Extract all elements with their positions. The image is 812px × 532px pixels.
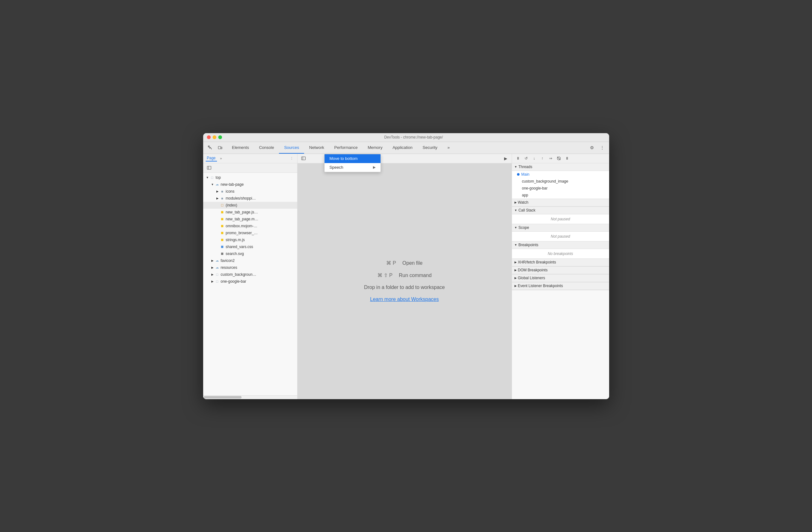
tree-item-new-tab-page[interactable]: ▼ ☁ new-tab-page <box>203 181 297 188</box>
global-listeners-section: ▶ Global Listeners <box>512 275 609 282</box>
tree-item-modules[interactable]: ▶ ■ modules/shoppi… <box>203 195 297 202</box>
tree-item-strings[interactable]: ▶ ◼ strings.m.js <box>203 236 297 243</box>
call-stack-arrow: ▼ <box>514 209 517 212</box>
tree-item-top[interactable]: ▼ □ top <box>203 174 297 181</box>
file-icon-strings: ◼ <box>220 238 224 242</box>
file-icon-new-tab-js: ◼ <box>220 210 224 214</box>
watch-section-header[interactable]: ▶ Watch <box>512 199 609 207</box>
breakpoints-content: No breakpoints <box>512 249 609 258</box>
minimize-button[interactable] <box>213 135 216 139</box>
step-icon[interactable]: ⇒ <box>547 155 554 162</box>
close-button[interactable] <box>207 135 211 139</box>
tree-item-icons[interactable]: ▶ ■ icons <box>203 188 297 195</box>
page-tab[interactable]: Page <box>206 155 217 162</box>
tree-arrow-icons: ▶ <box>216 190 219 193</box>
breakpoints-section-header[interactable]: ▼ Breakpoints <box>512 241 609 249</box>
tab-elements[interactable]: Elements <box>227 142 254 154</box>
tree-item-omnibox[interactable]: ▶ ◼ omnibox.mojom-… <box>203 223 297 229</box>
tree-item-promo[interactable]: ▶ ◼ promo_browser_… <box>203 229 297 236</box>
inspect-icon[interactable] <box>206 143 215 152</box>
sidebar-kebab-menu[interactable]: ⋮ <box>289 155 295 161</box>
pause-resume-icon[interactable]: ⏸ <box>514 155 521 162</box>
menu-item-speech[interactable]: Speech ▶ <box>324 163 380 172</box>
run-command-row: ⌘ ⇧ P Run command <box>377 272 432 278</box>
tree-arrow-modules: ▶ <box>216 196 219 200</box>
tab-performance[interactable]: Performance <box>329 142 363 154</box>
tree-label-search-svg: search.svg <box>226 252 244 256</box>
cloud-folder-icon-new-tab-page: ☁ <box>215 182 219 187</box>
event-breakpoints-section: ▶ Event Listener Breakpoints <box>512 282 609 290</box>
event-breakpoints-header[interactable]: ▶ Event Listener Breakpoints <box>512 282 609 290</box>
call-stack-section-header[interactable]: ▼ Call Stack <box>512 207 609 214</box>
tree-arrow-custom-bg: ▶ <box>211 272 215 276</box>
global-listeners-header[interactable]: ▶ Global Listeners <box>512 275 609 282</box>
scrollbar-thumb[interactable] <box>204 396 242 398</box>
file-tree: ▼ □ top ▼ ☁ new-tab-page ▶ ■ icons <box>203 173 297 395</box>
dom-breakpoints-header[interactable]: ▶ DOM Breakpoints <box>512 267 609 274</box>
tab-memory[interactable]: Memory <box>363 142 388 154</box>
file-icon-omnibox: ◼ <box>220 224 224 228</box>
tab-more[interactable]: » <box>443 142 455 154</box>
tree-item-search-svg[interactable]: ▶ ◼ search.svg <box>203 250 297 257</box>
tree-item-new-tab-js[interactable]: ▶ ◼ new_tab_page.js… <box>203 209 297 215</box>
tab-console[interactable]: Console <box>254 142 279 154</box>
tree-label-custom-background: custom_backgroun… <box>221 272 256 277</box>
sidebar-more-tabs[interactable]: » <box>218 155 224 161</box>
run-command-keys: ⌘ ⇧ P <box>377 272 393 278</box>
thread-main[interactable]: Main <box>512 171 609 178</box>
thread-app[interactable]: app <box>512 192 609 199</box>
device-toggle-icon[interactable] <box>216 143 224 152</box>
tab-network[interactable]: Network <box>304 142 329 154</box>
menu-item-move-to-bottom[interactable]: Move to bottom <box>324 154 380 163</box>
run-snippet-icon[interactable]: ▶ <box>502 155 509 162</box>
tab-security[interactable]: Security <box>418 142 443 154</box>
sidebar-scrollbar[interactable] <box>203 395 297 399</box>
deactivate-breakpoints-icon[interactable] <box>555 155 562 162</box>
thread-custom-bg[interactable]: custom_background_image <box>512 178 609 185</box>
tree-item-new-tab-m[interactable]: ▶ ◼ new_tab_page.m… <box>203 215 297 223</box>
toggle-sidebar-icon[interactable] <box>206 164 213 171</box>
thread-active-dot <box>517 173 520 176</box>
folder-icon-top: □ <box>210 175 215 180</box>
tree-item-favicon2[interactable]: ▶ ☁ favicon2 <box>203 257 297 264</box>
folder-icon-modules: ■ <box>220 196 224 200</box>
threads-section-header[interactable]: ▼ Threads <box>512 163 609 171</box>
settings-icon[interactable]: ⚙ <box>588 143 597 152</box>
toolbar-right: ⚙ ⋮ <box>585 142 609 154</box>
tree-item-resources[interactable]: ▶ ☁ resources <box>203 264 297 271</box>
threads-section: ▼ Threads Main custom_background_image o… <box>512 163 609 199</box>
xhr-label: XHR/fetch Breakpoints <box>518 260 556 264</box>
show-navigator-icon[interactable] <box>300 155 307 162</box>
svg-rect-2 <box>221 147 222 149</box>
workspace-learn-more-link[interactable]: Learn more about Workspaces <box>370 296 439 302</box>
dom-label: DOM Breakpoints <box>518 268 548 272</box>
step-out-icon[interactable]: ↑ <box>539 155 546 162</box>
scope-section-header[interactable]: ▼ Scope <box>512 224 609 232</box>
maximize-button[interactable] <box>218 135 222 139</box>
tree-arrow-favicon2: ▶ <box>211 259 215 263</box>
breakpoints-arrow: ▼ <box>514 243 517 247</box>
call-stack-content: Not paused <box>512 214 609 224</box>
threads-arrow: ▼ <box>514 165 517 168</box>
more-options-icon[interactable]: ⋮ <box>598 143 607 152</box>
editor-content: ⌘ P Open file ⌘ ⇧ P Run command Drop in … <box>298 163 512 399</box>
dont-pause-exceptions-icon[interactable]: ⏸ <box>564 155 570 162</box>
tree-label-one-google-bar: one-google-bar <box>221 279 246 284</box>
thread-one-google[interactable]: one-google-bar <box>512 185 609 192</box>
tree-item-index[interactable]: ▶ ◻ (index) <box>203 202 297 209</box>
tree-label-new-tab-page: new-tab-page <box>221 182 244 187</box>
step-into-icon[interactable]: ↓ <box>531 155 538 162</box>
svg-rect-3 <box>207 166 211 169</box>
tab-sources[interactable]: Sources <box>279 142 304 154</box>
tree-item-one-google-bar[interactable]: ▶ □ one-google-bar <box>203 278 297 285</box>
watch-arrow: ▶ <box>514 201 517 204</box>
tab-application[interactable]: Application <box>388 142 418 154</box>
xhr-breakpoints-header[interactable]: ▶ XHR/fetch Breakpoints <box>512 259 609 266</box>
tree-item-shared-vars[interactable]: ▶ ◼ shared_vars.css <box>203 243 297 250</box>
file-icon-new-tab-m: ◼ <box>220 217 224 221</box>
step-over-icon[interactable]: ↺ <box>523 155 530 162</box>
event-breakpoints-arrow: ▶ <box>514 284 517 288</box>
breakpoints-empty: No breakpoints <box>512 249 609 258</box>
tree-label-omnibox: omnibox.mojom-… <box>226 224 258 228</box>
tree-item-custom-background[interactable]: ▶ □ custom_backgroun… <box>203 271 297 278</box>
